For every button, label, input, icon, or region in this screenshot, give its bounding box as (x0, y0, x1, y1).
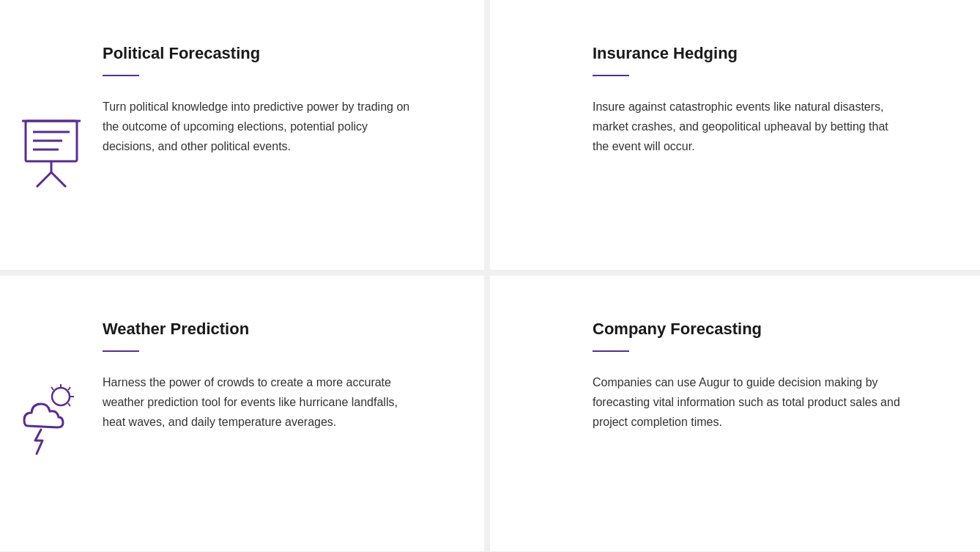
svg-line-14 (68, 387, 70, 390)
insurance-hedging-cell: $ Insurance Hedging Insure against catas… (490, 0, 980, 276)
political-forecasting-underline (103, 75, 139, 76)
svg-line-17 (51, 387, 53, 390)
insurance-hedging-description: Insure against catastrophic events like … (593, 97, 900, 157)
insurance-hedging-title: Insurance Hedging (593, 44, 936, 63)
weather-prediction-title: Weather Prediction (103, 320, 440, 339)
weather-prediction-description: Harness the power of crowds to create a … (103, 372, 410, 433)
company-forecasting-description: Companies can use Augur to guide decisio… (593, 372, 900, 433)
political-forecasting-title: Political Forecasting (103, 44, 440, 63)
weather-cloud-icon (21, 382, 83, 455)
company-forecasting-title: Company Forecasting (593, 320, 936, 339)
insurance-hedging-underline (593, 75, 629, 76)
political-forecasting-cell: Political Forecasting Turn political kno… (0, 0, 490, 276)
political-forecasting-icon-area (15, 114, 88, 187)
feature-grid: Political Forecasting Turn political kno… (0, 0, 980, 551)
weather-prediction-icon-area (15, 382, 88, 455)
political-forecasting-description: Turn political knowledge into predictive… (103, 97, 410, 157)
company-forecasting-cell: $ Company Forecasting Companies can use … (490, 276, 980, 551)
company-forecasting-underline (593, 350, 629, 352)
svg-line-7 (51, 172, 66, 187)
weather-prediction-underline (103, 350, 139, 352)
presentation-board-icon (22, 114, 81, 187)
svg-line-16 (68, 403, 70, 406)
svg-point-12 (52, 388, 70, 405)
weather-prediction-cell: Weather Prediction Harness the power of … (0, 276, 490, 551)
svg-line-6 (37, 172, 51, 187)
